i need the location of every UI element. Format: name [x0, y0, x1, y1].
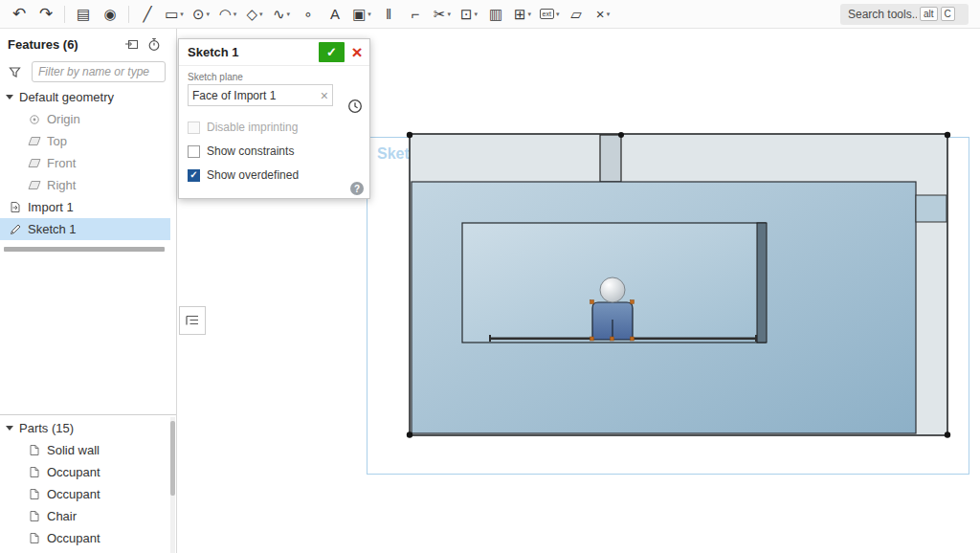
copy-tool-button[interactable]: ⊡▾ — [456, 2, 482, 27]
tree-item-right-plane[interactable]: Right — [0, 174, 170, 196]
tree-item-import[interactable]: Import 1 — [0, 196, 170, 218]
scrollbar-thumb[interactable] — [170, 421, 175, 496]
tree-item-front-plane[interactable]: Front — [0, 152, 170, 174]
option-disable-imprinting[interactable]: Disable imprinting — [188, 120, 361, 135]
tree-item-top-plane[interactable]: Top — [0, 130, 170, 152]
rectangle-tool-button[interactable]: ▭▾ — [161, 2, 188, 27]
part-label: Occupant — [47, 531, 100, 545]
split-icon: ‖ — [386, 7, 391, 21]
sketch-plane-field[interactable]: Face of Import 1 × — [188, 84, 333, 106]
part-item[interactable]: Occupant — [0, 527, 170, 549]
tree-item-origin[interactable]: Origin — [0, 108, 170, 130]
inspect-icon: ▥ — [489, 7, 502, 21]
help-icon[interactable]: ? — [350, 182, 364, 195]
chevron-down-icon[interactable]: ▾ — [287, 11, 291, 17]
sketch-plane-label: Sketch plane — [188, 72, 361, 82]
dialog-title: Sketch 1 — [188, 45, 238, 59]
tree-group-parts[interactable]: Parts (15) — [0, 417, 170, 439]
feature-list-toggle-button[interactable] — [179, 306, 206, 335]
part-icon — [27, 488, 42, 500]
filter-icon[interactable] — [7, 66, 22, 78]
line-tool-button[interactable]: ╱ — [134, 2, 161, 27]
eraser-tool-button[interactable]: ▱ — [563, 2, 590, 27]
group-label: Parts (15) — [19, 421, 74, 435]
features-panel: Features (6) Default geometry — [0, 29, 177, 553]
option-show-overdefined[interactable]: ✓ Show overdefined — [188, 167, 361, 183]
expander-icon[interactable] — [6, 426, 13, 431]
trim-tool-button[interactable]: ✂▾ — [429, 2, 456, 27]
tree-item-label: Right — [47, 178, 76, 192]
part-item[interactable]: Solid wall — [0, 439, 170, 461]
chevron-down-icon[interactable]: ▾ — [259, 11, 263, 17]
chevron-down-icon[interactable]: ▾ — [234, 11, 237, 17]
tree-item-sketch[interactable]: Sketch 1 — [0, 218, 170, 240]
dialog-title-bar: Sketch 1 ✓ × — [179, 39, 369, 66]
construction-tool-button[interactable]: ×▾ — [590, 2, 616, 27]
redo-icon: ↷ — [39, 6, 53, 22]
option-label: Show constraints — [207, 144, 294, 158]
toolbar-separator — [128, 6, 129, 23]
popout-panel-icon[interactable] — [122, 36, 140, 52]
export-icon: ext — [540, 9, 554, 19]
spline-tool-button[interactable]: ∿▾ — [268, 2, 295, 27]
pattern-tool-button[interactable]: ⊞▾ — [509, 2, 536, 27]
stopwatch-icon[interactable] — [145, 36, 163, 52]
text-icon: A — [330, 7, 340, 21]
clock-icon[interactable] — [347, 99, 363, 114]
filter-input[interactable] — [32, 61, 166, 82]
export-tool-button[interactable]: ext▾ — [536, 2, 563, 27]
eraser-icon: ▱ — [570, 7, 582, 21]
point-icon: ∘ — [303, 7, 312, 21]
split-tool-button[interactable]: ‖ — [375, 2, 402, 27]
search-tools-input[interactable] — [848, 8, 917, 21]
arc-tool-button[interactable]: ◠▾ — [214, 2, 241, 27]
cancel-button[interactable]: × — [345, 42, 369, 62]
undo-button[interactable]: ↶ — [6, 2, 33, 27]
fillet-icon: ⌐ — [412, 7, 420, 21]
sketch-plane-value: Face of Import 1 — [192, 89, 321, 102]
tree-group-default-geometry[interactable]: Default geometry — [0, 86, 170, 108]
tree-item-label: Import 1 — [28, 200, 74, 214]
check-icon: ✓ — [326, 45, 337, 59]
chevron-down-icon[interactable]: ▾ — [207, 11, 211, 17]
show-overdefined-checkbox[interactable]: ✓ — [188, 169, 200, 182]
chevron-down-icon[interactable]: ▾ — [528, 11, 532, 17]
point-tool-button[interactable]: ∘ — [295, 2, 322, 27]
sphere-tool-button[interactable]: ◉ — [97, 2, 123, 27]
chevron-down-icon[interactable]: ▾ — [475, 11, 479, 17]
expander-icon[interactable] — [6, 95, 13, 100]
inspect-tool-button[interactable]: ▥ — [482, 2, 509, 27]
part-item[interactable]: Occupant — [0, 461, 170, 483]
polygon-tool-button[interactable]: ◇▾ — [241, 2, 268, 27]
chevron-down-icon[interactable]: ▾ — [556, 11, 560, 17]
panel-splitter[interactable] — [0, 414, 176, 415]
sketch-region-outline: Sketch 1 — [367, 137, 969, 475]
text-tool-button[interactable]: A — [322, 2, 348, 27]
copy-icon: ⊡ — [460, 7, 473, 21]
project-tool-button[interactable]: ▣▾ — [348, 2, 375, 27]
check-mark-icon: ✓ — [189, 170, 197, 180]
chevron-down-icon[interactable]: ▾ — [180, 11, 184, 17]
chevron-down-icon[interactable]: ▾ — [448, 11, 452, 17]
search-tools-box[interactable]: alt C — [840, 4, 969, 25]
circle-tool-button[interactable]: ⊙▾ — [188, 2, 214, 27]
tree-item-label: Front — [47, 156, 76, 170]
part-item[interactable]: Chair — [0, 505, 170, 527]
part-item[interactable]: Occupant — [0, 483, 170, 505]
parts-scrollbar[interactable] — [170, 417, 175, 553]
redo-button[interactable]: ↷ — [33, 2, 59, 27]
rollback-bar[interactable] — [4, 247, 165, 252]
option-label: Show overdefined — [207, 168, 299, 182]
fillet-tool-button[interactable]: ⌐ — [402, 2, 429, 27]
show-constraints-checkbox[interactable] — [188, 145, 200, 158]
tree-item-label: Origin — [47, 112, 80, 126]
insert-document-button[interactable]: ▤ — [70, 2, 97, 27]
list-tree-icon — [185, 314, 200, 327]
chevron-down-icon[interactable]: ▾ — [607, 11, 611, 17]
clear-selection-icon[interactable]: × — [321, 89, 328, 102]
option-show-constraints[interactable]: Show constraints — [188, 144, 361, 159]
confirm-button[interactable]: ✓ — [319, 42, 345, 62]
chevron-down-icon[interactable]: ▾ — [368, 11, 371, 17]
origin-icon — [27, 114, 42, 125]
disable-imprinting-checkbox — [188, 122, 200, 134]
